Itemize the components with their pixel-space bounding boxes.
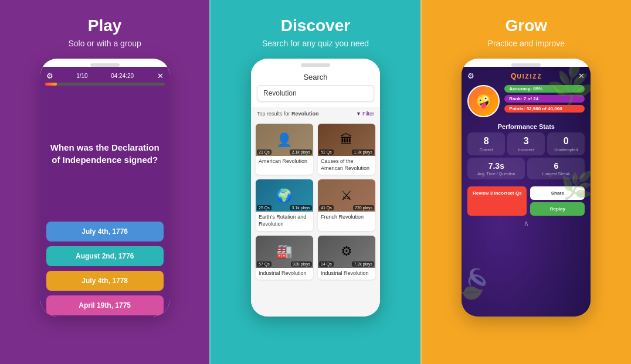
grow-title: Grow bbox=[488, 16, 565, 35]
discover-phone: Search Revolution Top results for Revolu… bbox=[251, 59, 380, 317]
results-header: Top results for Revolution ▼ Filter bbox=[251, 107, 380, 120]
search-title: Search bbox=[257, 73, 374, 81]
correct-label: Correct bbox=[470, 148, 503, 152]
answer-button-4[interactable]: April 19th, 1775 bbox=[46, 295, 164, 315]
quiz-plays-6: 7.2k plays bbox=[352, 261, 374, 267]
perf-streak: 6 Longest Streak bbox=[527, 158, 585, 179]
quiz-title-1: American Revolution bbox=[256, 156, 313, 168]
quiz-plays-1: 2.1k plays bbox=[290, 149, 312, 155]
streak-value: 6 bbox=[530, 161, 582, 171]
quiz-card-img-5: 🏭 57 Qs 928 plays bbox=[256, 236, 313, 268]
quiz-img-icon-6: ⚙ bbox=[341, 244, 352, 259]
quiz-card-5[interactable]: 🏭 57 Qs 928 plays Industrial Revolution bbox=[256, 236, 313, 280]
play-phone: ⚙ 1/10 04:24:20 ✕ When was the Declarati… bbox=[40, 59, 169, 317]
quiz-card-4[interactable]: ⚔ 41 Qs 720 plays French Revolution bbox=[318, 179, 375, 230]
action-buttons: Review 3 Incorrect Qs Share Replay bbox=[462, 182, 591, 219]
grow-phone: 🌿 🍃 🌿 ⚙ QUIZIZZ ✕ 🤪 Accuracy: 89% Rank: … bbox=[462, 59, 591, 317]
quiz-card-img-4: ⚔ 41 Qs 720 plays bbox=[318, 179, 375, 212]
quiz-title-2: Causes of the American Revolution bbox=[318, 156, 375, 175]
avg-time-label: Avg. Time / Question bbox=[470, 172, 523, 176]
grow-subtitle: Practice and improve bbox=[488, 39, 565, 48]
quiz-img-icon-3: 🌍 bbox=[276, 188, 292, 203]
quiz-title-4: French Revolution bbox=[318, 212, 375, 224]
replay-button[interactable]: Replay bbox=[530, 202, 585, 216]
quiz-img-icon-4: ⚔ bbox=[341, 188, 352, 203]
question-count: 1/10 bbox=[76, 73, 87, 79]
filter-button[interactable]: ▼ Filter bbox=[356, 111, 374, 117]
quiz-plays-4: 720 plays bbox=[353, 205, 374, 210]
share-button[interactable]: Share bbox=[530, 186, 585, 200]
perf-incorrect: 3 Incorrect bbox=[507, 132, 545, 155]
quiz-badge-1: 21 Qs bbox=[257, 149, 272, 155]
quiz-title-5: Industrial Revolution bbox=[256, 268, 313, 280]
avg-time-value: 7.3s bbox=[470, 161, 523, 171]
quiz-img-icon-1: 👤 bbox=[276, 132, 292, 148]
quiz-card-img-3: 🌍 25 Qs 3.1k plays bbox=[256, 179, 313, 212]
quiz-card-1[interactable]: 👤 21 Qs 2.1k plays American Revolution bbox=[256, 124, 313, 175]
discover-panel: Discover Search for any quiz you need Se… bbox=[209, 0, 420, 364]
chevron-up-icon: ∧ bbox=[462, 219, 591, 230]
quiz-img-icon-2: 🏛 bbox=[340, 132, 353, 148]
progress-fill bbox=[45, 83, 57, 86]
unattempted-label: Unattempted bbox=[549, 148, 582, 152]
accuracy-bar: Accuracy: 89% bbox=[504, 85, 585, 93]
points-bar: Points: 32,980 of 40,000 bbox=[504, 105, 585, 113]
play-title: Play bbox=[68, 16, 141, 35]
performance-grid-1: 8 Correct 3 Incorrect 0 Unattempted bbox=[462, 132, 591, 155]
quiz-card-6[interactable]: ⚙ 14 Qs 7.2k plays Industrial Revolution bbox=[318, 236, 375, 280]
quiz-title-3: Earth's Rotation and Revolution bbox=[256, 212, 313, 230]
quiz-grid: 👤 21 Qs 2.1k plays American Revolution 🏛… bbox=[251, 120, 380, 283]
quiz-badge-2: 52 Qs bbox=[319, 149, 334, 155]
quiz-badge-4: 41 Qs bbox=[319, 205, 334, 210]
grow-topbar: ⚙ QUIZIZZ ✕ bbox=[462, 67, 591, 83]
app-logo: QUIZIZZ bbox=[511, 72, 542, 80]
logo-rest: UIZIZZ bbox=[517, 73, 542, 80]
quiz-plays-5: 928 plays bbox=[291, 261, 312, 267]
filter-label: Filter bbox=[362, 111, 374, 117]
rank-bar: Rank: 7 of 24 bbox=[504, 95, 585, 103]
quiz-badge-5: 57 Qs bbox=[257, 261, 272, 267]
unattempted-value: 0 bbox=[549, 136, 582, 147]
perf-unattempted: 0 Unattempted bbox=[547, 132, 585, 155]
avatar-emoji: 🤪 bbox=[476, 94, 491, 109]
review-button[interactable]: Review 3 Incorrect Qs bbox=[467, 186, 527, 216]
streak-label: Longest Streak bbox=[530, 172, 582, 176]
quiz-title-6: Industrial Revolution bbox=[318, 268, 375, 280]
answer-button-2[interactable]: August 2nd, 1776 bbox=[46, 246, 164, 266]
avatar: 🤪 bbox=[467, 85, 500, 117]
discover-title: Discover bbox=[262, 16, 369, 35]
play-panel: Play Solo or with a group ⚙ 1/10 04:24:2… bbox=[0, 0, 209, 364]
play-subtitle: Solo or with a group bbox=[68, 39, 141, 48]
gear-icon: ⚙ bbox=[46, 72, 53, 80]
timer: 04:24:20 bbox=[111, 73, 134, 79]
incorrect-value: 3 bbox=[510, 136, 542, 147]
leaf-decoration-2: 🍃 bbox=[462, 262, 497, 307]
results-label: Top results for Revolution bbox=[257, 111, 319, 117]
quiz-card-3[interactable]: 🌍 25 Qs 3.1k plays Earth's Rotation and … bbox=[256, 179, 313, 230]
settings-icon[interactable]: ⚙ bbox=[467, 72, 474, 80]
quiz-card-2[interactable]: 🏛 52 Qs 1.3k plays Causes of the America… bbox=[318, 124, 375, 175]
quiz-card-img-1: 👤 21 Qs 2.1k plays bbox=[256, 124, 313, 156]
quiz-badge-3: 25 Qs bbox=[257, 205, 272, 210]
discover-subtitle: Search for any quiz you need bbox=[262, 39, 369, 48]
logo-q: Q bbox=[511, 72, 517, 80]
incorrect-label: Incorrect bbox=[510, 148, 542, 152]
quiz-plays-2: 1.3k plays bbox=[352, 149, 374, 155]
perf-avg-time: 7.3s Avg. Time / Question bbox=[467, 158, 525, 179]
avatar-stats-area: 🤪 Accuracy: 89% Rank: 7 of 24 Points: 32… bbox=[462, 83, 591, 120]
close-icon[interactable]: ✕ bbox=[157, 72, 164, 80]
performance-section-title: Performance Stats bbox=[462, 123, 591, 130]
performance-grid-2: 7.3s Avg. Time / Question 6 Longest Stre… bbox=[462, 155, 591, 182]
answers-list: July 4th, 1776 August 2nd, 1776 July 4th… bbox=[40, 222, 169, 317]
quiz-img-icon-5: 🏭 bbox=[276, 244, 292, 259]
quiz-card-img-6: ⚙ 14 Qs 7.2k plays bbox=[318, 236, 375, 268]
question-text: When was the Declaration of Independence… bbox=[50, 141, 160, 166]
quiz-badge-6: 14 Qs bbox=[319, 261, 334, 267]
search-input[interactable]: Revolution bbox=[257, 85, 374, 101]
search-area: Search Revolution bbox=[251, 67, 380, 107]
filter-icon: ▼ bbox=[356, 111, 361, 117]
quiz-plays-3: 3.1k plays bbox=[290, 205, 312, 210]
answer-button-1[interactable]: July 4th, 1776 bbox=[46, 222, 164, 241]
answer-button-3[interactable]: July 4th, 1778 bbox=[46, 271, 164, 291]
close-button[interactable]: ✕ bbox=[578, 72, 585, 80]
